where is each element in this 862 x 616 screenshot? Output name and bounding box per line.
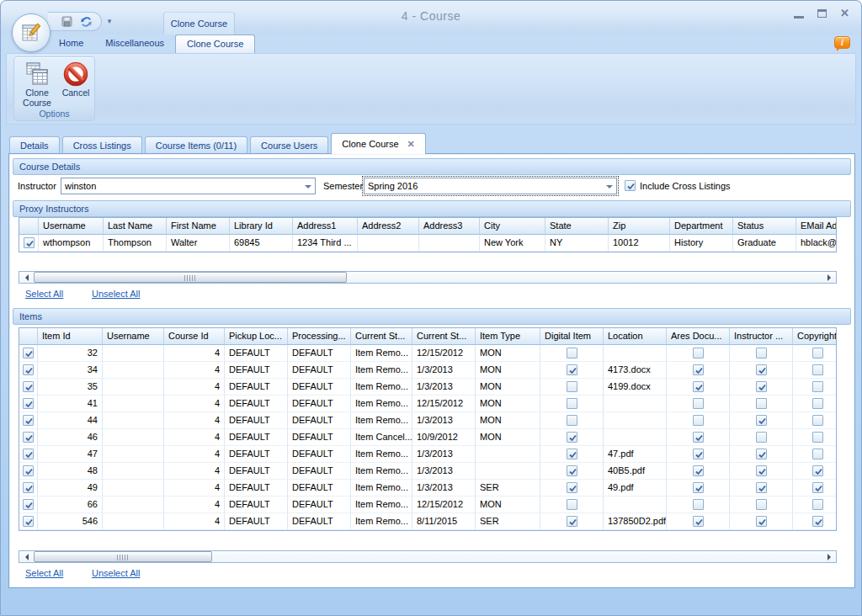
column-header-address3[interactable]: Address3 [419, 218, 480, 235]
instructor-checkbox[interactable] [756, 364, 767, 375]
cancel-button[interactable]: Cancel [56, 61, 95, 98]
close-icon[interactable]: ✕ [840, 8, 849, 19]
select-column-header[interactable] [19, 328, 38, 345]
column-header-item-type[interactable]: Item Type [476, 328, 540, 345]
select-column-header[interactable] [19, 218, 39, 235]
grid-row[interactable]: 5464DEFAULTDEFAULTItem Remo...8/11/2015S… [19, 513, 836, 530]
column-header-location[interactable]: Location [604, 328, 667, 345]
grid-row[interactable]: wthompsonThompsonWalter698451234 Third .… [19, 235, 836, 252]
ares-docu-checkbox[interactable] [693, 364, 704, 375]
maximize-icon[interactable] [817, 9, 827, 18]
column-header-current-st[interactable]: Current St... [351, 328, 412, 345]
application-menu-button[interactable] [12, 13, 51, 52]
copyright-checkbox[interactable] [812, 482, 823, 493]
grid-row[interactable]: 494DEFAULTDEFAULTItem Remo...1/3/2013SER… [19, 480, 836, 497]
column-header-username[interactable]: Username [103, 328, 164, 345]
row-select-checkbox[interactable] [23, 398, 34, 409]
scrollbar-track[interactable] [32, 551, 823, 562]
digital-item-checkbox[interactable] [567, 499, 577, 510]
proxy-select-all-link[interactable]: Select All [25, 289, 63, 299]
column-header-address2[interactable]: Address2 [358, 218, 419, 235]
column-header-pickup-loc[interactable]: Pickup Loc... [225, 328, 288, 345]
digital-item-checkbox[interactable] [567, 432, 577, 443]
digital-item-checkbox[interactable] [567, 482, 577, 493]
row-select-checkbox[interactable] [23, 499, 34, 510]
ares-docu-checkbox[interactable] [693, 482, 704, 493]
ares-docu-checkbox[interactable] [693, 415, 704, 426]
row-select-checkbox[interactable] [23, 482, 34, 493]
chevron-down-icon[interactable] [606, 185, 613, 192]
instructor-checkbox[interactable] [756, 381, 767, 392]
scrollbar-thumb[interactable] [34, 272, 347, 283]
column-header-department[interactable]: Department [670, 218, 733, 235]
instructor-checkbox[interactable] [756, 482, 767, 493]
grid-row[interactable]: 474DEFAULTDEFAULTItem Remo...1/3/201347.… [19, 446, 836, 463]
scrollbar-track[interactable] [32, 272, 823, 283]
digital-item-checkbox[interactable] [567, 381, 577, 392]
grid-row[interactable]: 444DEFAULTDEFAULTItem Remo...1/3/2013MON [19, 412, 836, 429]
column-header-zip[interactable]: Zip [609, 218, 670, 235]
ribbon-tab-clone-course[interactable]: Clone Course [175, 35, 255, 53]
ares-docu-checkbox[interactable] [693, 516, 704, 527]
refresh-icon[interactable] [80, 16, 93, 28]
grid-row[interactable]: 464DEFAULTDEFAULTItem Cancel...10/9/2012… [19, 429, 836, 446]
scroll-right-icon[interactable] [823, 272, 836, 283]
column-header-ares-docu[interactable]: Ares Docu... [667, 328, 730, 345]
column-header-last-name[interactable]: Last Name [104, 218, 167, 235]
ribbon-tab-home[interactable]: Home [48, 35, 94, 53]
ares-docu-checkbox[interactable] [693, 348, 704, 358]
scroll-left-icon[interactable] [19, 551, 32, 562]
copyright-checkbox[interactable] [812, 432, 823, 443]
ares-docu-checkbox[interactable] [693, 465, 704, 476]
grid-row[interactable]: 414DEFAULTDEFAULTItem Remo...12/15/2012M… [19, 396, 836, 412]
column-header-first-name[interactable]: First Name [167, 218, 230, 235]
row-select-checkbox[interactable] [23, 516, 34, 527]
grid-row[interactable]: 484DEFAULTDEFAULTItem Remo...1/3/201340B… [19, 463, 836, 480]
include-cross-listings-checkbox[interactable] [625, 180, 636, 191]
column-header-processing[interactable]: Processing... [288, 328, 351, 345]
tab-cross-listings[interactable]: Cross Listings [62, 136, 142, 154]
copyright-checkbox[interactable] [812, 499, 823, 510]
column-header-address1[interactable]: Address1 [293, 218, 358, 235]
items-select-all-link[interactable]: Select All [25, 568, 63, 578]
digital-item-checkbox[interactable] [567, 516, 577, 527]
grid-row[interactable]: 324DEFAULTDEFAULTItem Remo...12/15/2012M… [19, 345, 836, 362]
copyright-checkbox[interactable] [812, 415, 823, 426]
column-header-status[interactable]: Status [733, 218, 796, 235]
column-header-email-addr[interactable]: EMail Addr [796, 218, 837, 235]
copyright-checkbox[interactable] [812, 465, 823, 476]
help-icon[interactable]: i [834, 36, 850, 49]
digital-item-checkbox[interactable] [567, 449, 577, 459]
column-header-city[interactable]: City [480, 218, 545, 235]
digital-item-checkbox[interactable] [567, 465, 577, 476]
minimize-icon[interactable] [794, 16, 804, 19]
scroll-left-icon[interactable] [19, 272, 32, 283]
row-select-checkbox[interactable] [24, 237, 35, 248]
digital-item-checkbox[interactable] [567, 415, 577, 426]
grid-row[interactable]: 664DEFAULTDEFAULTItem Remo...12/15/2012M… [19, 497, 836, 513]
row-select-checkbox[interactable] [23, 364, 34, 375]
save-icon[interactable] [61, 16, 72, 27]
grid-row[interactable]: 354DEFAULTDEFAULTItem Remo...1/3/2013MON… [19, 379, 836, 396]
column-header-current-st[interactable]: Current St... [412, 328, 476, 345]
tab-details[interactable]: Details [9, 136, 60, 154]
digital-item-checkbox[interactable] [567, 348, 577, 358]
digital-item-checkbox[interactable] [567, 364, 577, 375]
proxy-grid-hscrollbar[interactable] [19, 271, 837, 284]
ribbon-tab-miscellaneous[interactable]: Miscellaneous [94, 35, 175, 53]
copyright-checkbox[interactable] [812, 449, 823, 459]
copyright-checkbox[interactable] [812, 348, 823, 358]
instructor-checkbox[interactable] [756, 432, 767, 443]
instructor-checkbox[interactable] [756, 516, 767, 527]
proxy-unselect-all-link[interactable]: Unselect All [92, 289, 140, 299]
instructor-checkbox[interactable] [756, 415, 767, 426]
tab-course-users[interactable]: Course Users [250, 136, 328, 154]
row-select-checkbox[interactable] [23, 465, 34, 476]
instructor-combobox[interactable]: winston [61, 178, 316, 194]
tab-close-icon[interactable]: ✕ [407, 134, 415, 154]
items-unselect-all-link[interactable]: Unselect All [92, 568, 140, 578]
instructor-checkbox[interactable] [756, 348, 767, 358]
column-header-library-id[interactable]: Library Id [230, 218, 293, 235]
column-header-copyright[interactable]: Copyright [793, 328, 837, 345]
row-select-checkbox[interactable] [23, 432, 34, 443]
